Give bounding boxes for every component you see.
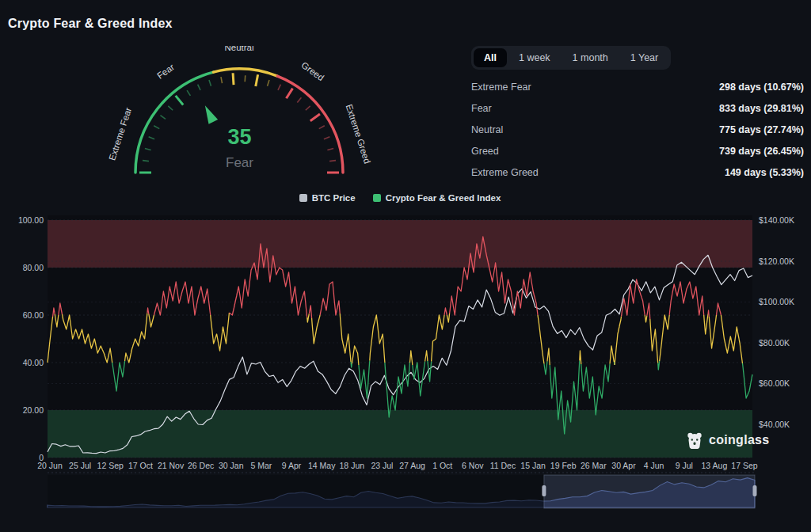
left-axis-tick-label: 80.00 bbox=[23, 263, 44, 272]
x-axis-tick-label: 25 Jul bbox=[69, 461, 91, 470]
fear-greed-history-chart[interactable]: 020.0040.0060.0080.00100.00$40.00K$60.00… bbox=[0, 0, 811, 532]
x-axis-tick-label: 17 Sep bbox=[731, 461, 757, 470]
coinglass-watermark: coinglass bbox=[686, 431, 770, 449]
x-axis-tick-label: 9 Apr bbox=[282, 461, 302, 470]
left-axis-tick-label: 100.00 bbox=[18, 215, 44, 225]
x-axis-tick-label: 5 Mar bbox=[250, 461, 272, 470]
left-axis-tick-label: 60.00 bbox=[23, 310, 44, 320]
navigator-handle-right[interactable] bbox=[753, 485, 757, 496]
right-axis-tick-label: $100.00K bbox=[759, 297, 794, 306]
extreme-greed-band bbox=[48, 220, 752, 268]
x-axis-tick-label: 13 Aug bbox=[702, 461, 728, 470]
x-axis-tick-label: 18 Jun bbox=[340, 461, 365, 470]
x-axis-tick-label: 30 Apr bbox=[611, 461, 636, 470]
right-axis-tick-label: $140.00K bbox=[759, 215, 794, 225]
coinglass-logo-icon bbox=[686, 431, 703, 449]
x-axis-tick-label: 26 Dec bbox=[188, 461, 214, 470]
x-axis-tick-label: 30 Jan bbox=[219, 461, 244, 470]
x-axis-tick-label: 4 Jun bbox=[644, 461, 664, 470]
watermark-text: coinglass bbox=[709, 433, 770, 447]
crypto-fear-greed-page: Crypto Fear & Greed Index Extreme FearFe… bbox=[0, 0, 811, 532]
x-axis-tick-label: 14 May bbox=[308, 461, 336, 470]
navigator-handle-left[interactable] bbox=[542, 485, 546, 496]
right-axis-tick-label: $40.00K bbox=[759, 420, 790, 429]
x-axis-tick-label: 23 Jul bbox=[371, 461, 393, 470]
x-axis-tick-label: 9 Jul bbox=[676, 461, 693, 470]
right-axis-tick-label: $60.00K bbox=[759, 378, 790, 388]
left-axis-tick-label: 20.00 bbox=[23, 405, 44, 415]
x-axis-tick-label: 1 Oct bbox=[432, 461, 452, 470]
x-axis-tick-label: 11 Dec bbox=[490, 461, 516, 470]
extreme-fear-band bbox=[48, 410, 752, 458]
x-axis-tick-label: 20 Jun bbox=[37, 461, 63, 470]
x-axis-tick-label: 19 Feb bbox=[550, 461, 577, 470]
x-axis-tick-label: 17 Oct bbox=[128, 461, 153, 470]
navigator-unselected-mask bbox=[48, 475, 544, 508]
right-axis-tick-label: $80.00K bbox=[759, 338, 790, 348]
right-axis-tick-label: $120.00K bbox=[759, 256, 794, 266]
navigator-selection[interactable] bbox=[544, 475, 755, 508]
x-axis-tick-label: 15 Jan bbox=[520, 461, 546, 470]
x-axis-tick-label: 26 Mar bbox=[581, 461, 607, 470]
x-axis-tick-label: 21 Nov bbox=[158, 461, 185, 470]
left-axis-tick-label: 40.00 bbox=[23, 358, 44, 367]
x-axis-tick-label: 27 Aug bbox=[399, 461, 425, 470]
x-axis-tick-label: 12 Sep bbox=[97, 461, 124, 470]
x-axis-tick-label: 6 Nov bbox=[462, 461, 484, 470]
